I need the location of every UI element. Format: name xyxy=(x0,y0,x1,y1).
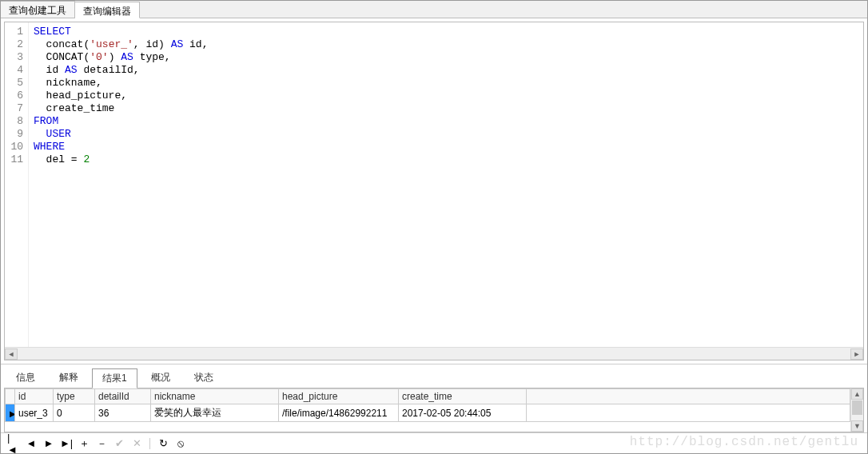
cell-nickname[interactable]: 爱笑的人最幸运 xyxy=(151,404,279,422)
line-gutter: 12345 67891011 xyxy=(5,22,29,347)
tab-explain[interactable]: 解释 xyxy=(49,368,89,388)
scroll-right-icon[interactable]: ► xyxy=(850,348,863,360)
scroll-up-icon[interactable]: ▲ xyxy=(851,388,863,400)
code-area[interactable]: SELECT concat('user_', id) AS id, CONCAT… xyxy=(29,22,863,347)
last-record-button[interactable]: ►| xyxy=(60,437,73,450)
table-row[interactable]: ▶ user_3 0 36 爱笑的人最幸运 /file/image/148629… xyxy=(6,404,850,422)
tab-result1[interactable]: 结果1 xyxy=(92,368,137,388)
first-record-button[interactable]: |◄ xyxy=(7,437,20,450)
scroll-thumb[interactable] xyxy=(852,400,862,415)
cell-detailId[interactable]: 36 xyxy=(95,404,151,422)
col-type[interactable]: type xyxy=(54,389,95,404)
add-record-button[interactable]: ＋ xyxy=(78,437,90,450)
prev-record-button[interactable]: ◄ xyxy=(25,437,38,450)
apply-button[interactable]: ✔ xyxy=(113,437,125,450)
col-head_picture[interactable]: head_picture xyxy=(279,389,399,404)
next-record-button[interactable]: ► xyxy=(42,437,55,450)
row-marker: ▶ xyxy=(6,404,15,422)
record-nav-toolbar: |◄ ◄ ► ►| ＋ － ✔ ✕ ↻ ⦸ xyxy=(1,432,867,453)
scroll-track[interactable] xyxy=(18,348,850,360)
toolbar-separator xyxy=(149,438,150,449)
current-row-icon: ▶ xyxy=(10,409,15,418)
cell-create_time[interactable]: 2017-02-05 20:44:05 xyxy=(399,404,527,422)
cell-empty xyxy=(527,404,850,422)
tab-info[interactable]: 信息 xyxy=(6,368,46,388)
cell-type[interactable]: 0 xyxy=(54,404,95,422)
row-marker-header xyxy=(6,389,15,404)
refresh-button[interactable]: ↻ xyxy=(157,437,169,450)
results-panel: id type detailId nickname head_picture c… xyxy=(4,388,864,432)
tab-query-editor[interactable]: 查询编辑器 xyxy=(75,2,140,18)
stop-button[interactable]: ⦸ xyxy=(174,437,187,450)
results-vscrollbar[interactable]: ▲ ▼ xyxy=(850,388,863,432)
tab-query-builder[interactable]: 查询创建工具 xyxy=(1,1,75,18)
col-empty xyxy=(527,389,850,404)
table-header-row: id type detailId nickname head_picture c… xyxy=(6,389,850,404)
cell-head_picture[interactable]: /file/image/14862992211 xyxy=(279,404,399,422)
col-create_time[interactable]: create_time xyxy=(399,389,527,404)
delete-record-button[interactable]: － xyxy=(95,437,108,450)
cancel-button[interactable]: ✕ xyxy=(130,437,143,450)
col-detailId[interactable]: detailId xyxy=(95,389,151,404)
cell-id[interactable]: user_3 xyxy=(15,404,54,422)
scroll-down-icon[interactable]: ▼ xyxy=(851,420,863,432)
sql-editor-body[interactable]: 12345 67891011 SELECT concat('user_', id… xyxy=(5,22,863,347)
scroll-left-icon[interactable]: ◄ xyxy=(5,348,18,360)
col-nickname[interactable]: nickname xyxy=(151,389,279,404)
tab-status[interactable]: 状态 xyxy=(184,368,224,388)
col-id[interactable]: id xyxy=(15,389,54,404)
sql-editor: 12345 67891011 SELECT concat('user_', id… xyxy=(4,22,864,360)
results-grid[interactable]: id type detailId nickname head_picture c… xyxy=(5,388,850,432)
result-tab-bar: 信息 解释 结果1 概况 状态 xyxy=(1,364,867,388)
tab-profile[interactable]: 概况 xyxy=(141,368,181,388)
editor-hscrollbar[interactable]: ◄ ► xyxy=(5,347,863,360)
top-tab-bar: 查询创建工具 查询编辑器 xyxy=(1,1,867,18)
